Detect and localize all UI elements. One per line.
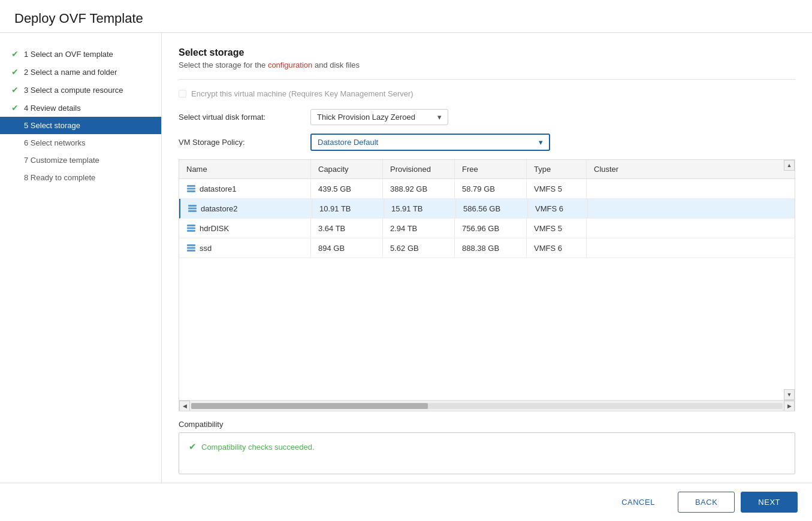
storage-policy-select[interactable]: Datastore Default ▾ <box>310 134 550 151</box>
cell-type: VMFS 5 <box>527 219 587 238</box>
check-icon: ✔ <box>11 103 19 113</box>
back-button[interactable]: BACK <box>678 492 735 513</box>
section-title: Select storage <box>179 47 795 58</box>
cell-provisioned: 388.92 GB <box>383 179 455 198</box>
svg-rect-2 <box>187 190 195 192</box>
table-row[interactable]: hdrDISK 3.64 TB 2.94 TB 756.96 GB VMFS 5 <box>179 219 795 238</box>
table-row[interactable]: ssd 894 GB 5.62 GB 888.38 GB VMFS 6 <box>179 238 795 258</box>
sidebar-item-step6[interactable]: 6 Select networks <box>0 134 161 152</box>
scrollbar-track <box>191 403 783 409</box>
datastore-icon <box>186 184 196 193</box>
cell-cluster <box>587 238 795 258</box>
sidebar-item-step7[interactable]: 7 Customize template <box>0 152 161 169</box>
cell-capacity: 3.64 TB <box>311 219 383 238</box>
check-icon: ✔ <box>11 85 19 95</box>
scroll-left-icon[interactable]: ◀ <box>179 401 190 411</box>
compatibility-box: ✔ Compatibility checks succeeded. <box>179 432 795 474</box>
sidebar-item-step1[interactable]: ✔1 Select an OVF template <box>0 45 161 63</box>
cell-free: 58.79 GB <box>455 179 527 198</box>
step-icon: ✔ <box>10 67 20 77</box>
cell-type: VMFS 6 <box>527 238 587 258</box>
svg-rect-10 <box>187 247 195 249</box>
sidebar-item-label: 4 Review details <box>24 104 81 113</box>
col-header-name: Name <box>179 160 311 178</box>
storage-policy-label: VM Storage Policy: <box>179 138 310 147</box>
section-subtitle: Select the storage for the configuration… <box>179 60 795 69</box>
table-scroll-down-icon[interactable]: ▼ <box>784 389 795 400</box>
svg-rect-7 <box>187 228 195 229</box>
compatibility-status: ✔ Compatibility checks succeeded. <box>189 441 785 452</box>
cell-capacity: 10.91 TB <box>312 199 384 218</box>
storage-policy-chevron-icon: ▾ <box>539 138 543 147</box>
svg-rect-5 <box>188 210 197 212</box>
sidebar-item-step5[interactable]: 5 Select storage <box>0 117 161 134</box>
cell-type: VMFS 5 <box>527 179 587 198</box>
table-row[interactable]: datastore1 439.5 GB 388.92 GB 58.79 GB V… <box>179 179 795 199</box>
sidebar-item-label: 8 Ready to complete <box>24 173 95 182</box>
disk-format-value: Thick Provision Lazy Zeroed <box>317 113 415 122</box>
cell-name: ssd <box>179 238 311 258</box>
datastore-icon <box>186 223 196 233</box>
dialog-title: Deploy OVF Template <box>14 11 798 26</box>
cell-name: datastore1 <box>179 179 311 198</box>
cell-type: VMFS 6 <box>528 199 588 218</box>
sidebar-item-label: 2 Select a name and folder <box>24 68 117 77</box>
cell-free: 888.38 GB <box>455 238 527 258</box>
wizard-sidebar: ✔1 Select an OVF template✔2 Select a nam… <box>0 33 162 483</box>
step-icon: ✔ <box>10 103 20 113</box>
cancel-button[interactable]: CANCEL <box>605 492 672 512</box>
svg-rect-1 <box>187 188 195 190</box>
check-icon: ✔ <box>11 49 19 59</box>
cell-free: 756.96 GB <box>455 219 527 238</box>
col-header-free: Free <box>455 160 527 178</box>
sidebar-item-step4[interactable]: ✔4 Review details <box>0 99 161 117</box>
col-header-type: Type <box>527 160 587 178</box>
cell-free: 586.56 GB <box>456 199 528 218</box>
scrollbar-thumb[interactable] <box>191 403 428 409</box>
sidebar-item-step3[interactable]: ✔3 Select a compute resource <box>0 81 161 99</box>
table-scroll-up-icon[interactable]: ▲ <box>784 160 795 171</box>
table-body: datastore1 439.5 GB 388.92 GB 58.79 GB V… <box>179 179 795 400</box>
cell-cluster <box>587 179 795 198</box>
scroll-right-icon[interactable]: ▶ <box>784 401 795 411</box>
encrypt-row: Encrypt this virtual machine (Requires K… <box>179 89 795 98</box>
disk-format-label: Select virtual disk format: <box>179 113 310 122</box>
disk-format-select[interactable]: Thick Provision Lazy Zeroed ▾ <box>310 109 448 125</box>
sidebar-item-label: 6 Select networks <box>24 138 86 147</box>
cell-name: hdrDISK <box>179 219 311 238</box>
sidebar-item-step8[interactable]: 8 Ready to complete <box>0 169 161 186</box>
sidebar-item-step2[interactable]: ✔2 Select a name and folder <box>0 63 161 81</box>
check-icon: ✔ <box>189 441 197 452</box>
compatibility-message: Compatibility checks succeeded. <box>201 443 315 452</box>
cell-cluster <box>588 199 795 218</box>
dialog-header: Deploy OVF Template <box>0 0 812 33</box>
next-button[interactable]: NEXT <box>741 492 798 513</box>
cell-provisioned: 5.62 GB <box>383 238 455 258</box>
deploy-ovf-dialog: Deploy OVF Template ✔1 Select an OVF tem… <box>0 0 812 521</box>
compatibility-label: Compatibility <box>179 420 795 429</box>
encrypt-checkbox[interactable] <box>179 90 186 98</box>
horizontal-scrollbar: ◀ ▶ <box>179 400 795 411</box>
storage-policy-row: VM Storage Policy: Datastore Default ▾ <box>179 134 795 151</box>
main-content: Select storage Select the storage for th… <box>162 33 812 483</box>
svg-rect-3 <box>188 205 197 207</box>
cell-cluster <box>587 219 795 238</box>
sidebar-item-label: 7 Customize template <box>24 156 99 165</box>
storage-table-wrap: ▲ Name Capacity Provisioned Free Type Cl… <box>179 159 795 411</box>
compatibility-section: Compatibility ✔ Compatibility checks suc… <box>179 420 795 474</box>
svg-rect-4 <box>188 208 197 210</box>
sidebar-item-label: 5 Select storage <box>24 121 80 130</box>
dialog-footer: CANCEL BACK NEXT <box>0 483 812 521</box>
header-divider <box>179 79 795 80</box>
storage-policy-value: Datastore Default <box>318 138 378 147</box>
svg-rect-8 <box>187 230 195 232</box>
step-icon: ✔ <box>10 49 20 59</box>
datastore-icon <box>186 243 196 253</box>
table-row[interactable]: datastore2 10.91 TB 15.91 TB 586.56 GB V… <box>179 199 795 219</box>
col-header-provisioned: Provisioned <box>383 160 455 178</box>
cell-capacity: 439.5 GB <box>311 179 383 198</box>
datastore-icon <box>188 204 197 213</box>
sidebar-item-label: 3 Select a compute resource <box>24 86 123 95</box>
dialog-body: ✔1 Select an OVF template✔2 Select a nam… <box>0 33 812 483</box>
step-icon: ✔ <box>10 85 20 95</box>
